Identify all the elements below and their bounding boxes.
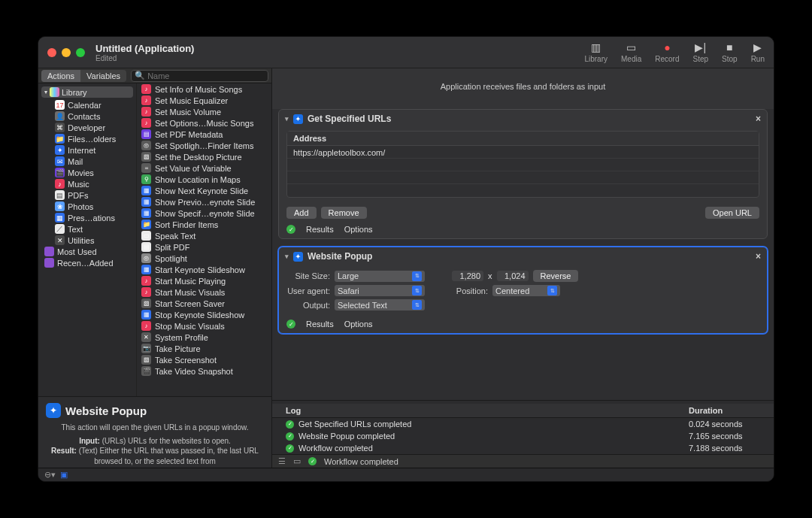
site-size-select[interactable]: Large ⇅ [335,271,425,282]
main: Actions Variables 🔍 ▾ Library 17Calendar… [38,68,774,468]
action-get-specified-urls[interactable]: ▾ ✦ Get Specified URLs × Address https:/… [278,109,768,239]
action-list-item[interactable]: ▦Start Keynote Slideshow [137,264,271,275]
sidebar-item[interactable]: ✕Utilities [41,235,133,246]
sidebar-item[interactable]: 👤Contacts [41,111,133,122]
position-select[interactable]: Centered ⇅ [492,285,560,296]
action-list-item[interactable]: ◎Spotlight [137,253,271,264]
action-list-item[interactable]: ♪Set Music Volume [137,106,271,117]
action-list-item[interactable]: ▦Show Next Keynote Slide [137,185,271,196]
library-nav: ▾ Library 17Calendar👤Contacts⌘Developer📁… [38,83,136,396]
action-list-item[interactable]: ♪Start Music Playing [137,275,271,286]
results-link[interactable]: Results [306,320,334,329]
category-icon: ✦ [55,145,65,155]
sidebar-item[interactable]: ♪Music [41,178,133,189]
list-view-icon[interactable]: ☰ [278,456,286,466]
action-list-item[interactable]: ♪Set Music Equalizer [137,95,271,106]
reverse-button[interactable]: Reverse [533,270,579,282]
url-table-row[interactable]: . [287,159,759,171]
sidebar-item[interactable]: Most Used [41,246,133,257]
height-field[interactable] [497,271,529,281]
stop-button[interactable]: ■Stop [722,41,738,63]
folder-icon [44,258,54,268]
media-button[interactable]: ▭Media [621,41,641,63]
close-icon[interactable]: × [756,114,761,124]
results-link[interactable]: Results [306,225,334,234]
action-list-item[interactable]: ♪Start Music Visuals [137,286,271,298]
action-list-item[interactable]: ♪Set Options…Music Songs [137,117,271,129]
action-list-item[interactable]: ▧Take Screenshot [137,354,271,365]
close-icon[interactable]: × [756,251,761,262]
action-label: Start Music Visuals [155,288,225,297]
add-button[interactable]: Add [286,207,317,219]
sidebar-item[interactable]: ❀Photos [41,201,133,212]
sidebar-item-label: Internet [68,146,95,155]
action-list-item[interactable]: ▧Set the Desktop Picture [137,151,271,162]
sidebar-item[interactable]: ▤PDFs [41,189,133,201]
action-list-item[interactable]: ＝Set Value of Variable [137,162,271,174]
action-list-item[interactable]: ♪Stop Music Visuals [137,320,271,332]
search-icon: 🔍 [135,71,145,80]
step-button[interactable]: ▶|Step [692,41,708,63]
remove-button[interactable]: Remove [321,207,367,219]
action-list-item[interactable]: ▦Show Specif…eynote Slide [137,208,271,219]
library-button[interactable]: ▥Library [584,41,607,63]
minimize-window-button[interactable] [62,48,71,57]
sidebar-item[interactable]: ✉Mail [41,156,133,167]
action-list-item[interactable]: 📁Sort Finder Items [137,219,271,230]
action-list-item[interactable]: 🎬Take Video Snapshot [137,365,271,377]
chevron-down-icon[interactable]: ▾ [285,115,289,123]
folder-icon [44,247,54,256]
action-icon: ▧ [141,355,151,365]
action-list-item[interactable]: ✕System Profile [137,332,271,343]
action-list-item[interactable]: ♪Set Info of Music Songs [137,83,271,95]
sidebar-item[interactable]: ／Text [41,223,133,235]
library-group[interactable]: ▾ Library [41,86,133,98]
search-input[interactable] [147,71,265,80]
sidebar-item[interactable]: 17Calendar [41,99,133,111]
chevron-down-icon: ▾ [44,89,47,95]
log-duration: 7.165 seconds [689,432,760,441]
gear-icon[interactable]: ⊖▾ [44,470,56,480]
flow-view-icon[interactable]: ▭ [293,456,301,466]
action-list-item[interactable]: 📷Take Picture [137,343,271,354]
sidebar-item[interactable]: ⌘Developer [41,122,133,133]
record-button[interactable]: ●Record [655,41,679,63]
action-list-item[interactable]: ▤Split PDF [137,241,271,253]
action-list-item[interactable]: ▦Stop Keynote Slideshow [137,309,271,320]
close-window-button[interactable] [47,48,56,57]
action-list-item[interactable]: ▭Speak Text [137,230,271,241]
url-table-row[interactable]: . [287,171,759,184]
sidebar-item[interactable]: Recen…Added [41,257,133,268]
sidebar-item[interactable]: ✦Internet [41,144,133,156]
user-agent-select[interactable]: Safari ⇅ [335,285,425,296]
search-field[interactable]: 🔍 [131,70,268,82]
width-field[interactable] [452,271,483,281]
action-label: Set PDF Metadata [155,130,223,139]
chevron-down-icon[interactable]: ▾ [285,253,289,260]
action-list-item[interactable]: ▤Set PDF Metadata [137,129,271,140]
url-table-row[interactable]: . [287,184,759,197]
options-link[interactable]: Options [344,320,373,329]
status-bar: ☰ ▭ ✓ Workflow completed [272,454,774,468]
sidebar-item[interactable]: 🎬Movies [41,167,133,178]
output-select[interactable]: Selected Text ⇅ [335,299,425,310]
action-list-item[interactable]: ◎Set Spotligh…Finder Items [137,140,271,151]
category-icon: ▦ [55,213,65,223]
description-body: This action will open the given URLs in … [46,423,264,433]
open-url-button[interactable]: Open URL [705,207,759,219]
action-website-popup[interactable]: ▾ ✦ Website Popup × Site Size: Large ⇅ [278,247,768,334]
sidebar-item[interactable]: ▦Pres…ations [41,212,133,223]
action-list-item[interactable]: ▧Start Screen Saver [137,298,271,309]
tab-actions[interactable]: Actions [41,70,80,82]
url-table-row[interactable]: https://appletoolbox.com/ [287,146,759,159]
action-list-item[interactable]: ⚲Show Location in Maps [137,174,271,185]
log-area: Log Duration ✓Get Specified URLs complet… [272,400,774,454]
run-button[interactable]: ▶Run [751,41,765,63]
action-label: System Profile [155,333,208,342]
options-link[interactable]: Options [344,225,373,234]
action-list-item[interactable]: ▦Show Previo…eynote Slide [137,196,271,208]
sidebar-item[interactable]: 📁Files…olders [41,133,133,144]
zoom-window-button[interactable] [76,48,85,57]
box-icon[interactable]: ▣ [60,470,68,480]
tab-variables[interactable]: Variables [80,70,126,82]
